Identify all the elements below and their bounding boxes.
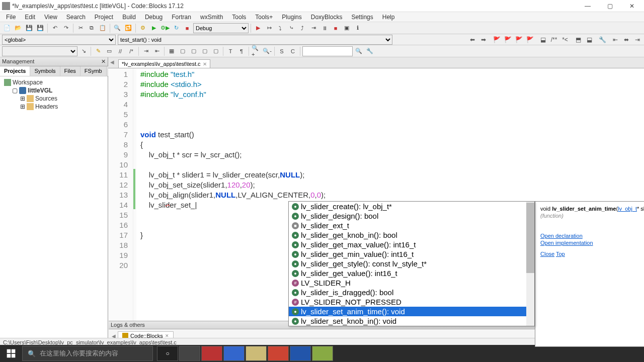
menu-help[interactable]: Help — [378, 13, 399, 22]
cortana-icon[interactable]: ○ — [157, 346, 178, 361]
taskbar-powerpoint-icon[interactable] — [268, 346, 289, 361]
tab-files[interactable]: Files — [60, 66, 80, 76]
menu-search[interactable]: Search — [62, 13, 90, 22]
autocomplete-item[interactable]: #LV_SLIDER_H — [289, 278, 534, 288]
wrench-icon[interactable]: 🔧 — [598, 35, 607, 44]
menu-tools[interactable]: Tools — [228, 13, 250, 22]
menu-project[interactable]: Project — [91, 13, 117, 22]
autocomplete-item[interactable]: ●lv_slider_get_max_value(): int16_t — [289, 240, 534, 249]
eol-icon[interactable]: ¶ — [236, 46, 247, 56]
redo-icon[interactable]: ↷ — [61, 23, 71, 33]
autocomplete-scrollbar[interactable] — [526, 202, 534, 326]
select-all-icon[interactable]: ▦ — [167, 46, 177, 56]
doxy-block-icon[interactable]: *< — [560, 35, 570, 44]
replace-icon[interactable]: 🔁 — [123, 23, 133, 33]
search-opts-icon[interactable]: 🔧 — [365, 46, 375, 56]
menu-tools+[interactable]: Tools+ — [251, 13, 277, 22]
taskbar-search[interactable]: 🔍 在这里输入你要搜索的内容 — [22, 346, 153, 361]
doc-top-link[interactable]: Top — [556, 251, 565, 257]
autocomplete-item[interactable]: ■lv_slider_ext_t — [289, 221, 534, 230]
chart-icon[interactable]: ⬓ — [585, 35, 594, 44]
bookmark-next-icon[interactable]: 🚩 — [514, 35, 523, 44]
scope-select-left[interactable]: <global> — [2, 35, 116, 45]
autocomplete-item[interactable]: ●lv_slider_create(): lv_obj_t* — [289, 202, 534, 211]
step-instruction-icon[interactable]: ⇥ — [308, 23, 318, 33]
highlight-icon[interactable]: ✎ — [93, 46, 103, 56]
maximize-button[interactable]: ▢ — [600, 1, 620, 11]
jump-back-icon[interactable]: ⇤ — [611, 35, 620, 44]
doc-type-link[interactable]: lv_obj_t — [618, 206, 637, 212]
cut-icon[interactable]: ✂ — [75, 23, 86, 33]
jump-icon[interactable]: ⬌ — [622, 35, 631, 44]
stop-icon[interactable]: ■ — [331, 23, 341, 33]
menu-view[interactable]: View — [40, 13, 61, 22]
taskbar-word-icon[interactable] — [290, 346, 311, 361]
bookmark-clear-icon[interactable]: 🚩 — [525, 35, 534, 44]
debug-windows-icon[interactable]: ▣ — [342, 23, 352, 33]
doxy-icon[interactable]: ⬓ — [538, 35, 547, 44]
sources-folder[interactable]: Sources — [35, 95, 57, 102]
tab-close-icon[interactable]: ✕ — [203, 61, 207, 67]
expand-icon[interactable]: ⊞ — [20, 95, 25, 102]
menu-debug[interactable]: Debug — [141, 13, 167, 22]
doxy-comment-icon[interactable]: /** — [549, 35, 558, 44]
close-button[interactable]: ✕ — [622, 1, 642, 11]
menu-doxyblocks[interactable]: DoxyBlocks — [307, 13, 347, 22]
project-node[interactable]: littleVGL — [28, 87, 52, 94]
project-tree[interactable]: Workspace ▢littleVGL ⊞Sources ⊞Headers — [0, 76, 108, 349]
start-button[interactable] — [0, 345, 22, 362]
taskbar-edge-icon[interactable] — [223, 346, 245, 361]
build-target-select[interactable]: Debug — [193, 23, 249, 33]
open-implementation-link[interactable]: Open implementation — [540, 240, 644, 246]
jump-fwd-icon[interactable]: ⇥ — [633, 35, 642, 44]
menu-edit[interactable]: Edit — [21, 13, 39, 22]
break-icon[interactable]: ⏸ — [319, 23, 330, 33]
autocomplete-item[interactable]: ●lv_slider_set_anim_time(): void — [289, 307, 534, 316]
autocomplete-item[interactable]: ●lv_slider_get_knob_in(): bool — [289, 230, 534, 240]
autocomplete-item[interactable]: #LV_SLIDER_NOT_PRESSED — [289, 297, 534, 307]
tab-fsymb[interactable]: FSymb — [80, 66, 107, 76]
nav-back-icon[interactable]: ⬅ — [468, 35, 477, 44]
indent-icon[interactable]: ⇥ — [141, 46, 151, 56]
debug-run-icon[interactable]: ▶ — [253, 23, 263, 33]
tab-projects[interactable]: Projects — [0, 66, 30, 76]
doc-close-link[interactable]: Close — [540, 251, 554, 257]
search-go-icon[interactable]: 🔍 — [354, 46, 364, 56]
box2-icon[interactable]: ▢ — [189, 46, 199, 56]
nav-fwd-icon[interactable]: ➡ — [479, 35, 488, 44]
step-out-icon[interactable]: ⤴ — [297, 23, 307, 33]
step-into-icon[interactable]: ⤷ — [286, 23, 296, 33]
autocomplete-item[interactable]: ●lv_slider_get_style(): const lv_style_t… — [289, 259, 534, 268]
c-icon[interactable]: C — [288, 46, 298, 56]
box3-icon[interactable]: ▢ — [200, 46, 210, 56]
toggle-comment-icon[interactable]: // — [115, 46, 125, 56]
block-comment-icon[interactable]: /* — [126, 46, 136, 56]
box1-icon[interactable]: ▢ — [178, 46, 188, 56]
autocomplete-item[interactable]: ●lv_slider_get_value(): int16_t — [289, 268, 534, 278]
taskbar-codeblocks-icon[interactable] — [312, 346, 333, 361]
undo-icon[interactable]: ↶ — [50, 23, 60, 33]
taskview-icon[interactable] — [179, 346, 200, 361]
autocomplete-item[interactable]: ●lv_slider_design(): bool — [289, 211, 534, 221]
menu-file[interactable]: File — [2, 13, 20, 22]
text-tool-icon[interactable]: T — [225, 46, 235, 56]
panel-close-icon[interactable]: ✕ — [101, 58, 106, 65]
autocomplete-item[interactable]: ●lv_slider_get_min_value(): int16_t — [289, 249, 534, 259]
save-all-icon[interactable]: 💾 — [35, 23, 45, 33]
taskbar-app-1[interactable] — [201, 346, 222, 361]
zoom-in-icon[interactable]: 🔍+ — [251, 46, 261, 56]
autocomplete-item[interactable]: ●lv_slider_set_knob_in(): void — [289, 316, 534, 326]
bookmark-prev-icon[interactable]: 🚩 — [503, 35, 512, 44]
selection-icon[interactable]: ▭ — [104, 46, 114, 56]
open-file-icon[interactable]: 📂 — [13, 23, 23, 33]
build-icon[interactable]: ⚙ — [138, 23, 148, 33]
abort-icon[interactable]: ■ — [182, 23, 192, 33]
menu-fortran[interactable]: Fortran — [168, 13, 195, 22]
build-run-icon[interactable]: ⚙▶ — [160, 23, 170, 33]
rebuild-icon[interactable]: ↻ — [171, 23, 181, 33]
box4-icon[interactable]: ▢ — [211, 46, 221, 56]
expand-icon[interactable]: ▢ — [12, 87, 18, 94]
minimize-button[interactable]: — — [578, 1, 598, 11]
run-icon[interactable]: ▶ — [149, 23, 159, 33]
copy-icon[interactable]: ⧉ — [87, 23, 97, 33]
